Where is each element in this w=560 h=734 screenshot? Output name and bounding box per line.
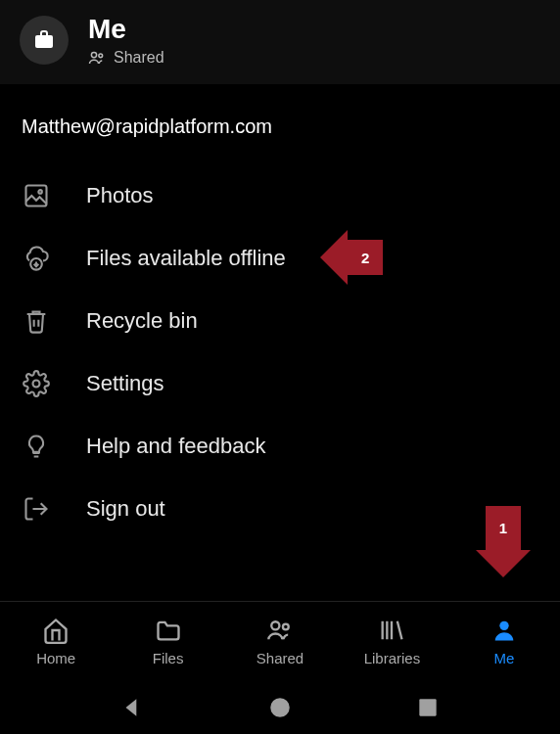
annotation-arrow-2: 2: [320, 230, 383, 285]
menu-label-settings: Settings: [86, 371, 164, 396]
trash-icon: [22, 306, 51, 336]
annotation-arrow-1: 1: [476, 506, 531, 577]
svg-point-7: [33, 381, 40, 388]
menu-item-photos[interactable]: Photos: [22, 167, 538, 230]
system-home-button[interactable]: [267, 695, 293, 720]
svg-point-10: [499, 621, 508, 630]
nav-label-files: Files: [153, 650, 184, 666]
menu-item-recycle[interactable]: Recycle bin: [22, 293, 538, 355]
annotation-label-2: 2: [348, 240, 383, 275]
svg-point-11: [270, 698, 290, 717]
page-title: Me: [88, 14, 164, 45]
svg-point-9: [283, 624, 289, 630]
svg-point-2: [91, 52, 96, 57]
person-icon: [490, 617, 518, 644]
nav-label-home: Home: [36, 650, 75, 666]
annotation-label-1: 1: [486, 506, 521, 550]
briefcase-icon: [32, 28, 56, 52]
nav-label-me: Me: [493, 650, 514, 666]
system-recent-button[interactable]: [415, 695, 441, 720]
nav-label-libraries: Libraries: [364, 650, 421, 666]
cloud-offline-icon: [22, 244, 51, 273]
menu-item-signout[interactable]: Sign out: [22, 481, 538, 543]
menu-label-offline: Files available offline: [86, 246, 286, 271]
svg-rect-12: [419, 699, 436, 715]
home-icon: [42, 617, 70, 644]
gear-icon: [22, 369, 51, 398]
avatar[interactable]: [20, 16, 69, 65]
system-back-button[interactable]: [119, 695, 145, 720]
nav-item-files[interactable]: Files: [112, 602, 223, 681]
menu-label-signout: Sign out: [86, 496, 165, 522]
shared-icon: [266, 617, 294, 644]
photos-icon: [22, 181, 51, 210]
account-email: Matthew@rapidplatform.com: [22, 115, 538, 138]
menu-label-recycle: Recycle bin: [86, 308, 198, 334]
content: Matthew@rapidplatform.com Photos: [0, 84, 560, 601]
menu-item-settings[interactable]: Settings: [22, 355, 538, 418]
svg-rect-4: [26, 186, 47, 206]
shared-label: Shared: [114, 49, 164, 67]
nav-label-shared: Shared: [257, 650, 303, 666]
svg-point-5: [38, 190, 42, 194]
menu-item-offline[interactable]: Files available offline: [22, 230, 538, 293]
libraries-icon: [378, 617, 405, 644]
folder-icon: [155, 617, 182, 644]
svg-point-8: [271, 621, 279, 629]
nav-item-shared[interactable]: Shared: [224, 602, 336, 681]
menu-list: Photos Files available offline: [22, 167, 538, 543]
header-subtitle[interactable]: Shared: [88, 49, 164, 67]
header: Me Shared: [0, 0, 560, 84]
people-icon: [88, 49, 106, 67]
signout-icon: [22, 494, 51, 524]
system-nav: [0, 681, 560, 734]
nav-item-libraries[interactable]: Libraries: [336, 602, 447, 681]
menu-item-help[interactable]: Help and feedback: [22, 418, 538, 481]
svg-point-3: [99, 54, 103, 58]
menu-label-photos: Photos: [86, 183, 154, 208]
nav-item-me[interactable]: Me: [448, 602, 560, 681]
nav-item-home[interactable]: Home: [0, 602, 112, 681]
menu-label-help: Help and feedback: [86, 434, 265, 459]
bottom-nav: Home Files Shared Libraries: [0, 601, 560, 681]
lightbulb-icon: [22, 432, 51, 461]
